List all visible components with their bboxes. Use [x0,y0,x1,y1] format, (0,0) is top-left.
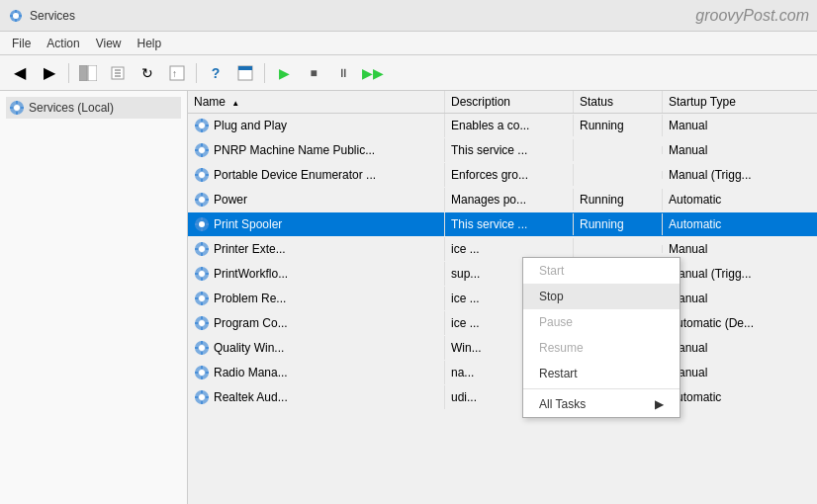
cell-name: Realtek Aud... [188,385,445,409]
svg-rect-21 [21,107,24,109]
table-row[interactable]: Quality Win... Win... Manual [188,336,817,361]
table-row[interactable]: Program Co... ice ... Running Automatic … [188,311,817,336]
cell-name: Portable Device Enumerator ... [188,163,445,187]
svg-rect-79 [201,352,203,355]
col-header-status[interactable]: Status [574,91,663,113]
svg-rect-6 [79,65,87,81]
svg-point-65 [199,295,205,301]
svg-rect-78 [201,341,203,344]
main-content: Services (Local) Name ▲ Description Stat… [0,91,817,504]
service-icon [194,365,210,380]
cell-startup: Manual [663,288,791,309]
svg-point-53 [199,246,205,252]
groovy-post-watermark: groovyPost.com [695,7,809,25]
svg-point-83 [199,370,205,376]
col-header-name[interactable]: Name ▲ [188,91,445,113]
menu-help[interactable]: Help [130,35,170,52]
cell-name: Printer Exte... [188,237,445,261]
services-local-icon [9,100,25,116]
menu-file[interactable]: File [4,35,39,52]
cell-name: Print Spooler [188,212,445,236]
svg-point-1 [13,13,19,19]
svg-rect-24 [201,119,203,122]
title-bar: Services groovyPost.com [0,0,817,32]
table-row[interactable]: PrintWorkflo... sup... Manual (Trigg... [188,262,817,287]
table-row[interactable]: Print Spooler This service ... Running A… [188,212,817,237]
console-button[interactable] [231,60,259,86]
cell-name: Radio Mana... [188,361,445,384]
cell-status: Running [574,115,663,136]
table-row[interactable]: Printer Exte... ice ... Manual [188,237,817,262]
svg-point-35 [199,172,205,178]
service-icon [194,266,210,282]
service-icon [194,340,210,356]
context-menu-item-restart[interactable]: Restart [523,361,680,386]
cell-startup: Automatic [663,386,791,408]
svg-rect-31 [201,154,203,157]
svg-rect-92 [195,396,198,398]
svg-rect-19 [16,112,18,115]
cell-startup: Manual [663,115,791,136]
toolbar: ◀ ▶ ↻ ↑ ? ▶ ■ ⏸ ▶▶ [0,55,817,91]
table-row[interactable]: Plug and Play Enables a co... Running Ma… [188,114,817,138]
cell-name: PNRP Machine Name Public... [188,138,445,162]
svg-rect-93 [206,396,209,398]
table-row[interactable]: PNRP Machine Name Public... This service… [188,138,817,163]
resume-button[interactable]: ▶▶ [359,60,387,86]
svg-rect-51 [206,223,209,225]
list-button[interactable] [104,60,132,86]
col-header-desc[interactable]: Description [445,91,574,113]
refresh-button[interactable]: ↻ [134,60,161,86]
svg-point-29 [199,147,205,153]
services-icon [8,8,24,24]
table-row[interactable]: Portable Device Enumerator ... Enforces … [188,163,817,188]
context-menu: StartStopPauseResumeRestartAll Tasks▶ [522,257,681,418]
svg-rect-38 [195,174,198,176]
service-icon [194,118,210,133]
pause-button[interactable]: ⏸ [329,60,357,86]
svg-text:↑: ↑ [172,68,177,79]
service-icon [194,142,210,158]
col-header-startup[interactable]: Startup Type [663,91,791,113]
service-icon [194,167,210,183]
back-button[interactable]: ◀ [6,60,34,86]
cell-desc: Enables a co... [445,115,574,136]
cell-status: Running [574,213,663,235]
svg-point-71 [199,320,205,326]
window-title: Services [30,9,75,23]
cell-name: Power [188,188,445,211]
table-row[interactable]: Problem Re... ice ... Manual [188,287,817,311]
svg-rect-30 [201,143,203,146]
forward-button[interactable]: ▶ [36,60,63,86]
svg-point-47 [199,221,205,227]
cell-startup: Automatic (De... [663,312,791,334]
context-menu-item-stop[interactable]: Stop [523,284,680,309]
menu-action[interactable]: Action [39,35,87,52]
table-body: Plug and Play Enables a co... Running Ma… [188,114,817,501]
play-button[interactable]: ▶ [270,60,298,86]
help-button[interactable]: ? [202,60,229,86]
svg-rect-90 [201,390,203,393]
service-icon [194,241,210,257]
table-row[interactable]: Power Manages po... Running Automatic [188,188,817,212]
table-row[interactable]: Radio Mana... na... Running Manual [188,361,817,385]
cell-startup: Manual [663,139,791,161]
cell-desc: Manages po... [445,189,574,210]
table-row[interactable]: Realtek Aud... udi... Running Automatic [188,385,817,410]
service-icon [194,192,210,208]
cell-status [574,245,663,253]
svg-rect-44 [195,199,198,201]
cell-name: Program Co... [188,311,445,335]
svg-rect-4 [10,15,13,17]
menu-view[interactable]: View [88,35,130,52]
cell-name: Quality Win... [188,336,445,360]
stop-button[interactable]: ■ [300,60,327,86]
left-panel-header: Services (Local) [6,97,181,119]
service-icon [194,315,210,331]
svg-rect-5 [19,15,22,17]
export-button[interactable]: ↑ [163,60,191,86]
context-menu-item-all-tasks[interactable]: All Tasks▶ [523,391,680,417]
show-hide-button[interactable] [74,60,102,86]
svg-rect-72 [201,316,203,319]
cell-desc: Enforces gro... [445,164,574,186]
